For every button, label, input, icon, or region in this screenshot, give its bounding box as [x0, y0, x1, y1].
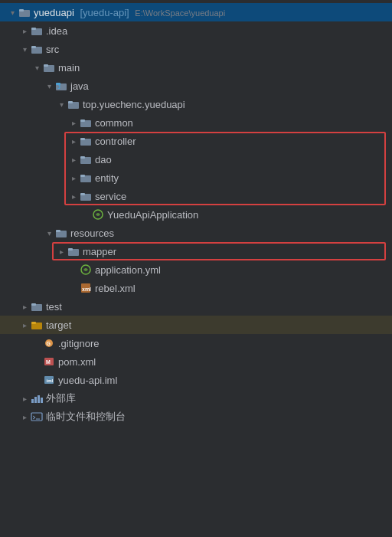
controller-folder-icon	[80, 135, 92, 147]
test-label: test	[46, 301, 62, 313]
svg-rect-16	[80, 138, 85, 140]
entity-label: entity	[95, 172, 119, 184]
main-label: main	[58, 62, 80, 74]
tree-item-service[interactable]: service	[0, 187, 392, 205]
tree-item-src[interactable]: src	[0, 40, 392, 58]
tree-item-application[interactable]: YueduApiApplication	[0, 205, 392, 224]
svg-rect-14	[80, 120, 85, 122]
tree-item-external[interactable]: 外部库	[0, 389, 392, 408]
tree-item-idea[interactable]: .idea	[0, 21, 392, 40]
external-arrow	[18, 392, 31, 404]
iml-arrow	[31, 374, 43, 386]
resources-label: resources	[70, 228, 114, 239]
tree-item-pomxml[interactable]: M pom.xml	[0, 352, 392, 371]
controller-label: controller	[95, 136, 136, 147]
root-path: E:\WorkSpace\yueduapi	[135, 8, 225, 18]
idea-label: .idea	[46, 25, 67, 37]
tree-item-appyml[interactable]: application.yml	[0, 260, 392, 279]
service-folder-icon	[80, 190, 92, 202]
dao-label: dao	[95, 154, 112, 165]
gitignore-arrow	[31, 337, 43, 349]
resources-folder-icon	[55, 227, 67, 239]
console-arrow	[18, 411, 31, 423]
tree-item-rebelxml[interactable]: xml rebel.xml	[0, 279, 392, 297]
red-box-group: controller dao	[0, 132, 392, 205]
tree-item-common[interactable]: common	[0, 113, 392, 132]
tree-item-package[interactable]: top.yuechenc.yueduapi	[0, 95, 392, 113]
resources-arrow	[43, 227, 55, 239]
java-folder-icon: J	[55, 80, 67, 92]
tree-item-controller[interactable]: controller	[0, 132, 392, 150]
target-label: target	[46, 319, 71, 331]
spring-icon	[92, 208, 104, 221]
svg-text:G: G	[47, 341, 51, 346]
tree-item-console[interactable]: 临时文件和控制台	[0, 408, 392, 426]
iml-label: yuedu-api.iml	[58, 375, 117, 386]
root-arrow	[6, 6, 18, 18]
svg-rect-25	[56, 230, 60, 232]
appyml-arrow	[67, 264, 80, 276]
tree-item-mapper[interactable]: mapper	[0, 242, 392, 260]
service-arrow	[67, 190, 80, 202]
idea-folder-icon	[31, 25, 43, 37]
svg-rect-44	[41, 398, 43, 403]
tree-item-resources[interactable]: resources	[0, 224, 392, 242]
pom-label: pom.xml	[58, 356, 96, 368]
rebelxml-arrow	[67, 282, 80, 294]
target-folder-icon	[31, 319, 43, 331]
svg-text:xml: xml	[82, 287, 91, 292]
java-label: java	[70, 80, 89, 92]
svg-rect-20	[80, 175, 85, 177]
tree-item-gitignore[interactable]: G .gitignore	[0, 334, 392, 352]
gitignore-label: .gitignore	[58, 338, 99, 349]
tree-item-entity[interactable]: entity	[0, 169, 392, 187]
tree-root[interactable]: yueduapi [yuedu-api] E:\WorkSpace\yuedua…	[0, 3, 392, 21]
pom-arrow	[31, 355, 43, 368]
tree-item-dao[interactable]: dao	[0, 150, 392, 169]
mapper-label: mapper	[83, 246, 116, 257]
java-arrow	[43, 80, 55, 92]
svg-text:M: M	[46, 359, 51, 365]
svg-rect-22	[80, 193, 85, 195]
console-icon	[31, 411, 43, 423]
library-icon	[31, 392, 43, 404]
test-folder-icon	[31, 300, 43, 313]
package-label: top.yuechenc.yueduapi	[83, 99, 185, 110]
tree-wrapper: yueduapi [yuedu-api] E:\WorkSpace\yuedua…	[0, 3, 392, 426]
iml-icon: iml	[43, 374, 55, 386]
svg-rect-1	[19, 9, 24, 11]
main-folder-icon	[43, 61, 55, 74]
pom-icon: M	[43, 355, 55, 368]
red-box-group-2: mapper	[0, 242, 392, 260]
svg-rect-34	[31, 322, 36, 324]
svg-rect-18	[80, 156, 85, 159]
root-folder-icon	[18, 6, 31, 18]
root-badge: [yuedu-api]	[80, 7, 129, 18]
src-arrow	[18, 43, 31, 55]
common-label: common	[95, 117, 133, 129]
src-folder-icon	[31, 43, 43, 55]
tree-item-test[interactable]: test	[0, 297, 392, 316]
application-arrow	[80, 208, 92, 221]
dao-folder-icon	[80, 153, 92, 165]
xml-icon: xml	[80, 282, 92, 294]
dao-arrow	[67, 153, 80, 165]
tree-item-java[interactable]: J java	[0, 77, 392, 95]
mapper-arrow	[55, 245, 67, 257]
tree-item-main[interactable]: main	[0, 58, 392, 77]
application-label: YueduApiApplication	[107, 209, 198, 221]
svg-rect-3	[31, 28, 36, 30]
svg-rect-27	[68, 248, 73, 250]
target-arrow	[18, 319, 31, 331]
rebelxml-label: rebel.xml	[95, 283, 136, 294]
tree-item-iml[interactable]: iml yuedu-api.iml	[0, 371, 392, 389]
service-label: service	[95, 191, 126, 202]
tree-item-target[interactable]: target	[0, 316, 392, 334]
svg-rect-43	[38, 395, 40, 403]
console-label: 临时文件和控制台	[46, 410, 126, 424]
svg-rect-42	[34, 397, 37, 403]
common-folder-icon	[80, 116, 92, 129]
entity-folder-icon	[80, 172, 92, 184]
svg-rect-5	[31, 46, 36, 48]
common-arrow	[67, 116, 80, 129]
